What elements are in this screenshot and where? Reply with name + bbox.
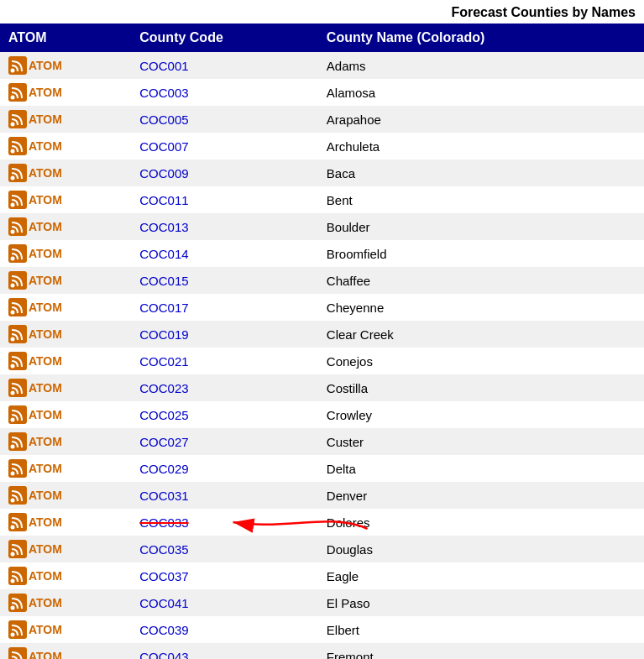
county-code-cell[interactable]: COC017	[131, 294, 318, 321]
county-code-cell[interactable]: COC031	[131, 482, 318, 509]
county-code-cell[interactable]: COC009	[131, 160, 318, 186]
atom-label: ATOM	[29, 462, 62, 475]
atom-cell[interactable]: ATOM	[0, 509, 131, 536]
atom-cell[interactable]: ATOM	[0, 455, 131, 482]
county-code-link[interactable]: COC043	[139, 650, 188, 660]
county-code-link[interactable]: COC009	[139, 166, 188, 180]
county-code-link[interactable]: COC005	[139, 112, 188, 127]
table-row: ATOM COC031Denver	[0, 482, 644, 509]
county-code-cell[interactable]: COC019	[131, 321, 318, 348]
county-code-link[interactable]: COC039	[139, 623, 188, 637]
atom-cell[interactable]: ATOM	[0, 321, 131, 348]
county-code-link[interactable]: COC031	[139, 489, 188, 503]
county-code-cell[interactable]: COC023	[131, 374, 318, 401]
county-code-cell[interactable]: COC007	[131, 133, 318, 160]
county-name-cell: Costilla	[318, 374, 644, 401]
atom-cell[interactable]: ATOM	[0, 536, 131, 562]
county-code-cell[interactable]: COC013	[131, 213, 318, 240]
table-row: ATOM COC013Boulder	[0, 213, 644, 240]
atom-cell[interactable]: ATOM	[0, 428, 131, 455]
table-header-row: ATOM County Code County Name (Colorado)	[0, 24, 644, 52]
county-code-cell[interactable]: COC001	[131, 52, 318, 79]
county-code-link[interactable]: COC023	[139, 381, 188, 395]
atom-cell[interactable]: ATOM	[0, 482, 131, 509]
county-code-cell[interactable]: COC035	[131, 536, 318, 562]
atom-label: ATOM	[29, 301, 62, 314]
county-code-link[interactable]: COC013	[139, 220, 188, 234]
svg-point-41	[11, 606, 15, 610]
county-name-cell: Chaffee	[318, 267, 644, 294]
county-name-cell: Eagle	[318, 562, 644, 589]
table-row: ATOM COC025Crowley	[0, 401, 644, 428]
county-code-link[interactable]: COC015	[139, 274, 188, 288]
atom-cell[interactable]: ATOM	[0, 643, 131, 659]
county-name-cell: Conejos	[318, 348, 644, 374]
county-code-link[interactable]: COC033	[139, 515, 188, 530]
table-row: ATOM COC005Arapahoe	[0, 106, 644, 133]
atom-cell[interactable]: ATOM	[0, 240, 131, 267]
county-code-link[interactable]: COC025	[139, 408, 188, 422]
county-code-cell[interactable]: COC041	[131, 589, 318, 616]
atom-cell[interactable]: ATOM	[0, 79, 131, 106]
county-name-cell: Delta	[318, 455, 644, 482]
atom-cell[interactable]: ATOM	[0, 589, 131, 616]
county-code-cell[interactable]: COC029	[131, 455, 318, 482]
atom-cell[interactable]: ATOM	[0, 213, 131, 240]
county-name-cell: Denver	[318, 482, 644, 509]
atom-cell[interactable]: ATOM	[0, 348, 131, 374]
atom-cell[interactable]: ATOM	[0, 562, 131, 589]
county-code-cell[interactable]: COC027	[131, 428, 318, 455]
county-name-cell: Crowley	[318, 401, 644, 428]
county-code-cell[interactable]: COC021	[131, 348, 318, 374]
county-code-cell[interactable]: COC043	[131, 643, 318, 659]
county-code-link[interactable]: COC019	[139, 327, 188, 342]
county-code-cell[interactable]: COC014	[131, 240, 318, 267]
county-code-cell[interactable]: COC015	[131, 267, 318, 294]
county-code-link[interactable]: COC037	[139, 569, 188, 583]
atom-cell[interactable]: ATOM	[0, 401, 131, 428]
atom-cell[interactable]: ATOM	[0, 160, 131, 186]
county-code-cell[interactable]: COC025	[131, 401, 318, 428]
county-name-cell: Douglas	[318, 536, 644, 562]
atom-cell[interactable]: ATOM	[0, 374, 131, 401]
county-name-cell: Dolores	[318, 509, 644, 536]
table-row: ATOM COC035Douglas	[0, 536, 644, 562]
header-county-code: County Code	[131, 24, 318, 52]
atom-cell[interactable]: ATOM	[0, 106, 131, 133]
atom-label: ATOM	[29, 112, 62, 126]
county-code-link[interactable]: COC014	[139, 247, 188, 261]
county-code-link[interactable]: COC017	[139, 301, 188, 315]
county-code-cell[interactable]: COC005	[131, 106, 318, 133]
county-name-cell: Adams	[318, 52, 644, 79]
county-code-link[interactable]: COC007	[139, 139, 188, 154]
county-code-link[interactable]: COC011	[139, 193, 188, 207]
atom-cell[interactable]: ATOM	[0, 294, 131, 321]
county-code-link[interactable]: COC041	[139, 596, 188, 610]
county-code-cell[interactable]: COC033	[131, 509, 318, 536]
county-code-cell[interactable]: COC011	[131, 186, 318, 213]
svg-point-37	[11, 552, 15, 557]
atom-cell[interactable]: ATOM	[0, 52, 131, 79]
atom-cell[interactable]: ATOM	[0, 267, 131, 294]
svg-point-5	[11, 123, 15, 127]
county-code-cell[interactable]: COC003	[131, 79, 318, 106]
table-row: ATOM COC014Broomfield	[0, 240, 644, 267]
atom-label: ATOM	[29, 166, 62, 180]
atom-cell[interactable]: ATOM	[0, 133, 131, 160]
table-row: ATOM COC029Delta	[0, 455, 644, 482]
atom-label: ATOM	[29, 220, 62, 233]
svg-point-31	[11, 472, 15, 476]
county-code-link[interactable]: COC035	[139, 542, 188, 557]
county-code-link[interactable]: COC029	[139, 462, 188, 476]
county-code-link[interactable]: COC021	[139, 354, 188, 369]
table-row: ATOM COC039Elbert	[0, 616, 644, 643]
county-name-cell: Elbert	[318, 616, 644, 643]
county-code-cell[interactable]: COC037	[131, 562, 318, 589]
atom-cell[interactable]: ATOM	[0, 616, 131, 643]
county-code-link[interactable]: COC027	[139, 435, 188, 449]
county-code-link[interactable]: COC001	[139, 59, 188, 73]
county-code-link[interactable]: COC003	[139, 86, 188, 100]
table-wrapper: ATOM County Code County Name (Colorado) …	[0, 24, 644, 659]
county-code-cell[interactable]: COC039	[131, 616, 318, 643]
atom-cell[interactable]: ATOM	[0, 186, 131, 213]
